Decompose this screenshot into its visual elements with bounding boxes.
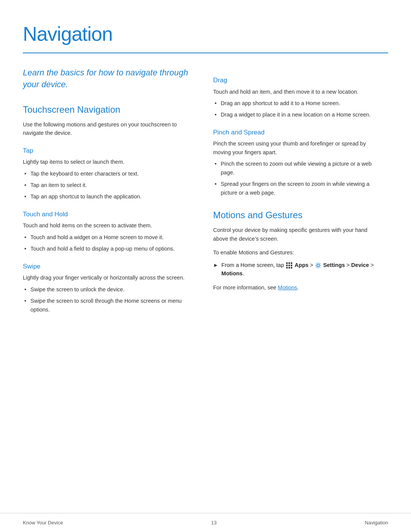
arrow-icon: ► <box>213 261 218 270</box>
footer-page-number: 13 <box>211 519 217 527</box>
left-column: Learn the basics for how to navigate thr… <box>23 67 190 318</box>
more-info-text: For more information, see Motions. <box>213 283 381 292</box>
touch-hold-description: Touch and hold items on the screen to ac… <box>23 221 190 230</box>
tap-description: Lightly tap items to select or launch th… <box>23 158 190 166</box>
touch-hold-heading: Touch and Hold <box>23 209 190 219</box>
settings-label: Settings <box>323 262 345 268</box>
more-info-prefix: For more information, see <box>213 284 278 291</box>
motions-gestures-description: Control your device by making specific g… <box>213 226 381 243</box>
tap-bullets: Tap the keyboard to enter characters or … <box>23 169 190 201</box>
touch-hold-bullet-2: Touch and hold a field to display a pop-… <box>23 244 190 253</box>
swipe-bullet-2: Swipe the screen to scroll through the H… <box>23 297 190 314</box>
footer-left: Know Your Device <box>23 519 63 527</box>
drag-bullets: Drag an app shortcut to add it to a Home… <box>213 99 381 119</box>
pinch-spread-bullet-1: Pinch the screen to zoom out while viewi… <box>213 160 381 177</box>
footer-right: Navigation <box>365 519 388 527</box>
intro-text: Learn the basics for how to navigate thr… <box>23 67 190 91</box>
right-column: Drag Touch and hold an item, and then mo… <box>213 67 381 318</box>
main-content: Learn the basics for how to navigate thr… <box>23 67 388 318</box>
drag-heading: Drag <box>213 75 381 85</box>
svg-point-0 <box>317 264 319 267</box>
pinch-spread-bullet-2: Spread your fingers on the screen to zoo… <box>213 180 381 197</box>
tap-bullet-2: Tap an item to select it. <box>23 181 190 189</box>
apps-grid-icon <box>286 262 292 268</box>
swipe-description: Lightly drag your finger vertically or h… <box>23 273 190 282</box>
pinch-spread-description: Pinch the screen using your thumb and fo… <box>213 139 381 157</box>
touch-hold-bullets: Touch and hold a widget on a Home screen… <box>23 233 190 253</box>
enable-motions-step: ► From a Home screen, tap <box>213 261 381 278</box>
touchscreen-description: Use the following motions and gestures o… <box>23 120 190 137</box>
tap-bullet-3: Tap an app shortcut to launch the applic… <box>23 192 190 201</box>
touchscreen-navigation-heading: Touchscreen Navigation <box>23 103 190 117</box>
enable-motions-text: From a Home screen, tap Apps <box>221 261 381 278</box>
motions-link[interactable]: Motions <box>278 284 297 291</box>
swipe-bullet-1: Swipe the screen to unlock the device. <box>23 285 190 294</box>
swipe-heading: Swipe <box>23 262 190 272</box>
pinch-spread-heading: Pinch and Spread <box>213 128 381 137</box>
settings-gear-icon <box>315 262 321 268</box>
title-divider <box>23 53 388 53</box>
drag-description: Touch and hold an item, and then move it… <box>213 88 381 96</box>
page-title: Navigation <box>23 19 388 49</box>
page-footer: Know Your Device 13 Navigation <box>0 513 411 532</box>
drag-bullet-1: Drag an app shortcut to add it to a Home… <box>213 99 381 107</box>
apps-label: Apps <box>295 262 308 268</box>
swipe-bullets: Swipe the screen to unlock the device. S… <box>23 285 190 314</box>
motions-gestures-heading: Motions and Gestures <box>213 208 381 222</box>
enable-motions-label: To enable Motions and Gestures: <box>213 248 381 257</box>
more-info-suffix: . <box>297 284 299 291</box>
touch-hold-bullet-1: Touch and hold a widget on a Home screen… <box>23 233 190 241</box>
tap-bullet-1: Tap the keyboard to enter characters or … <box>23 169 190 178</box>
tap-heading: Tap <box>23 146 190 156</box>
drag-bullet-2: Drag a widget to place it in a new locat… <box>213 110 381 119</box>
pinch-spread-bullets: Pinch the screen to zoom out while viewi… <box>213 160 381 197</box>
